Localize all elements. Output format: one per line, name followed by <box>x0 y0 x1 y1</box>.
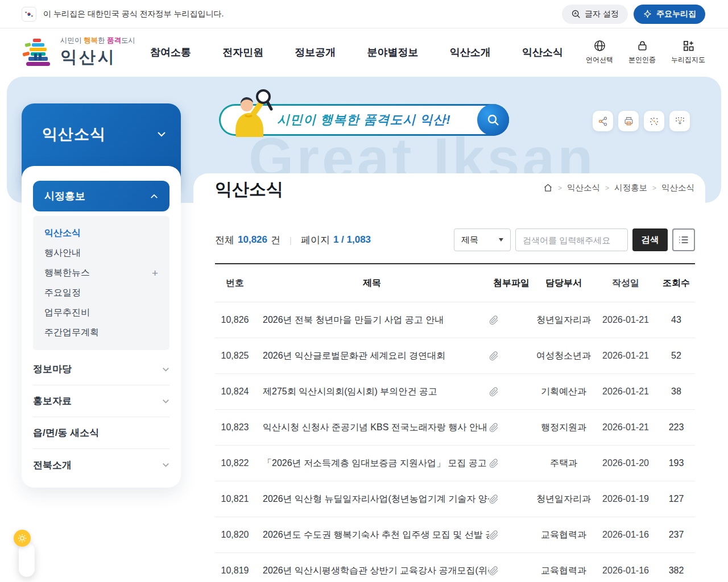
sidebar-submenu: 익산소식 행사안내 행복한뉴스+ 주요일정 업무추진비 주간업무계획 <box>33 216 169 350</box>
home-icon[interactable] <box>543 183 553 193</box>
submenu-item-schedule[interactable]: 주요일정 <box>44 283 158 303</box>
logo-city-name: 익산시 <box>60 46 135 69</box>
main-content: 익산소식 > 익산소식 > 시정홍보 > 익산소식 전체 10,826 건 | … <box>193 173 705 582</box>
lock-icon <box>636 39 649 52</box>
floating-widget-panel[interactable] <box>19 543 35 577</box>
share-icon <box>598 116 609 127</box>
submenu-item-events[interactable]: 행사안내 <box>44 243 158 263</box>
table-header: 번호 제목 첨부파일 담당부서 작성일 조회수 <box>215 264 695 302</box>
nav-item-participation[interactable]: 참여소통 <box>150 45 191 59</box>
board-summary: 전체 10,826 건 | 페이지 1 / 1,083 <box>215 234 371 247</box>
nav-item-about-iksan[interactable]: 익산소개 <box>450 45 491 59</box>
sidebar-title: 익산소식 <box>42 124 106 144</box>
banner-search-slogan: 시민이 행복한 품격도시 익산! <box>277 111 451 128</box>
sun-icon <box>17 533 27 543</box>
dots-arrow-icon <box>675 116 685 127</box>
nav-item-iksan-news[interactable]: 익산소식 <box>522 45 563 59</box>
attachment-icon <box>489 494 499 504</box>
table-row[interactable]: 10,822 「2026년 저소득계층 임대보증금 지원사업」 모집 공고 주택… <box>215 445 695 481</box>
identity-verify-button[interactable]: 본인인증 <box>628 39 656 65</box>
weather-toggle-button[interactable] <box>14 530 31 547</box>
submenu-item-weekly-plan[interactable]: 주간업무계획 <box>44 323 158 343</box>
breadcrumb-item[interactable]: 익산소식 <box>661 182 694 193</box>
sitemap-button[interactable]: 누리집지도 <box>671 39 705 65</box>
submenu-item-expenses[interactable]: 업무추진비 <box>44 303 158 323</box>
table-row[interactable]: 10,820 2026년도 수도권 행복기숙사 추천 입주생 모집 및 선발 공… <box>215 517 695 552</box>
attachment-icon <box>489 566 499 576</box>
sparkle-star-icon <box>643 9 652 19</box>
page-indicator: 1 / 1,083 <box>333 234 371 246</box>
attachment-icon <box>489 459 499 468</box>
sidebar-sections: 정보마당 홍보자료 읍/면/동 새소식 전북소개 <box>33 354 169 481</box>
page-title: 익산소식 <box>215 178 283 201</box>
sitemap-icon <box>682 39 695 52</box>
sidebar-section-jeonbuk[interactable]: 전북소개 <box>33 449 169 481</box>
caret-down-icon <box>499 238 503 242</box>
chevron-down-icon <box>157 131 166 137</box>
magnifier-text-icon <box>571 9 581 19</box>
breadcrumb-item[interactable]: 익산소식 <box>567 182 600 193</box>
banner-search-button[interactable] <box>477 104 509 136</box>
header-utilities: 언어선택 본인인증 누리집지도 <box>586 39 705 65</box>
sidebar-section-town-news[interactable]: 읍/면/동 새소식 <box>33 417 169 449</box>
gov-notice-text: 이 누리집은 대한민국 공식 전자정부 누리집입니다. <box>43 9 224 19</box>
gov-top-bar: 이 누리집은 대한민국 공식 전자정부 누리집입니다. 글자 설정 주요누리집 <box>0 0 728 28</box>
list-icon <box>678 235 689 245</box>
print-button[interactable] <box>618 111 639 131</box>
sidebar-section-info-plaza[interactable]: 정보마당 <box>33 354 169 385</box>
submenu-item-happy-news[interactable]: 행복한뉴스+ <box>44 263 158 283</box>
chevron-up-icon <box>150 194 158 199</box>
iksan-logo-icon <box>22 38 55 67</box>
plus-icon[interactable]: + <box>152 267 158 280</box>
table-row[interactable]: 10,826 2026년 전북 청년마을 만들기 사업 공고 안내 청년일자리과… <box>215 302 695 338</box>
breadcrumb-item[interactable]: 시정홍보 <box>614 182 647 193</box>
share-button[interactable] <box>593 111 613 131</box>
table-row[interactable]: 10,825 2026년 익산글로벌문화관 세계요리 경연대회 여성청소년과 2… <box>215 338 695 373</box>
total-count: 10,826 <box>238 234 267 246</box>
font-settings-button[interactable]: 글자 설정 <box>562 5 628 24</box>
attachment-icon <box>489 423 499 433</box>
banner-action-buttons <box>593 111 690 131</box>
main-sites-button[interactable]: 주요누리집 <box>634 5 705 24</box>
sns-dots-button[interactable] <box>644 111 664 131</box>
banner-search-box[interactable]: 시민이 행복한 품격도시 익산! <box>219 104 509 136</box>
breadcrumb: > 익산소식 > 시정홍보 > 익산소식 <box>543 182 694 193</box>
chevron-down-icon <box>162 367 169 372</box>
sns-dots-icon <box>649 116 660 127</box>
sidebar-menu-card: 시정홍보 익산소식 행사안내 행복한뉴스+ 주요일정 업무추진비 주간업무계획 … <box>22 166 181 488</box>
list-view-button[interactable] <box>672 228 695 251</box>
print-icon <box>623 116 634 127</box>
chevron-down-icon <box>162 463 169 467</box>
board-search-controls: 제목 검색 <box>454 228 695 251</box>
korea-flag-icon <box>22 7 36 22</box>
attachment-icon <box>489 387 499 397</box>
nav-item-field-info[interactable]: 분야별정보 <box>367 45 419 59</box>
dots-arrow-button[interactable] <box>669 111 690 131</box>
search-button[interactable]: 검색 <box>632 228 668 251</box>
search-input[interactable] <box>515 228 628 251</box>
main-nav: 참여소통 전자민원 정보공개 분야별정보 익산소개 익산소식 <box>150 45 563 59</box>
table-row[interactable]: 10,821 2026년 익산형 뉴딜일자리사업(청년농업기계 기술자 양성사업… <box>215 481 695 517</box>
table-row[interactable]: 10,824 제275회 익산시의회(임시회) 부의안건 공고 기획예산과 20… <box>215 373 695 409</box>
search-category-select[interactable]: 제목 <box>454 228 511 251</box>
chevron-down-icon <box>162 399 169 404</box>
table-row[interactable]: 10,819 2026년 익산시평생학습관 상반기 교육강사 공개모집(위촉) … <box>215 552 695 582</box>
logo-slogan: 시민이 행복한 품격도시 <box>60 36 135 45</box>
news-table: 번호 제목 첨부파일 담당부서 작성일 조회수 10,826 2026년 전북 … <box>215 263 695 582</box>
table-row[interactable]: 10,823 익산시청 신청사 준공기념 KBS 전국노래자랑 행사 안내 행정… <box>215 409 695 445</box>
nav-item-civil-service[interactable]: 전자민원 <box>222 45 263 59</box>
nav-item-info-disclosure[interactable]: 정보공개 <box>295 45 336 59</box>
iksan-logo[interactable]: 시민이 행복한 품격도시 익산시 <box>22 36 135 69</box>
attachment-icon <box>489 351 499 361</box>
attachment-icon <box>489 315 499 325</box>
site-header: 시민이 행복한 품격도시 익산시 참여소통 전자민원 정보공개 분야별정보 익산… <box>0 28 728 76</box>
sidebar-section-pr-materials[interactable]: 홍보자료 <box>33 385 169 417</box>
sidebar-section-promo[interactable]: 시정홍보 <box>33 181 169 211</box>
mascot-illustration <box>228 88 275 137</box>
globe-icon <box>593 39 606 52</box>
attachment-icon <box>489 530 499 540</box>
search-icon <box>486 113 500 127</box>
language-select-button[interactable]: 언어선택 <box>586 39 613 65</box>
submenu-item-iksan-news[interactable]: 익산소식 <box>44 223 158 243</box>
